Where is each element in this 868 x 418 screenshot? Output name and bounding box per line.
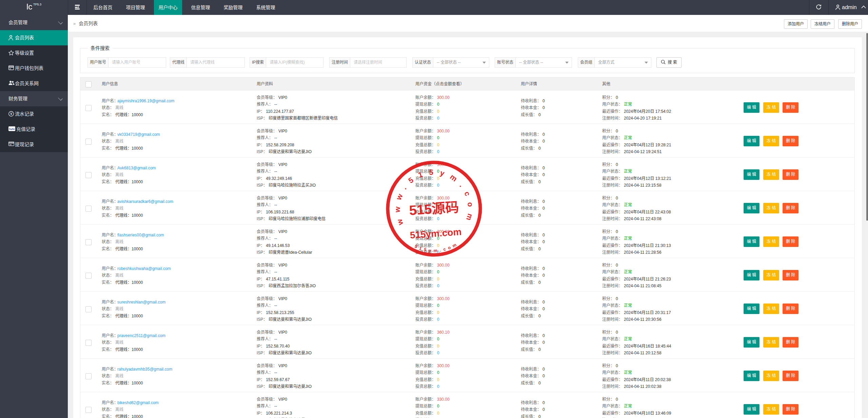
svg-text:PayPal: PayPal — [9, 128, 15, 130]
svg-text:515源码: 515源码 — [409, 200, 459, 218]
svg-text:515ym.com: 515ym.com — [410, 227, 462, 241]
svg-text:¥: ¥ — [10, 112, 13, 116]
